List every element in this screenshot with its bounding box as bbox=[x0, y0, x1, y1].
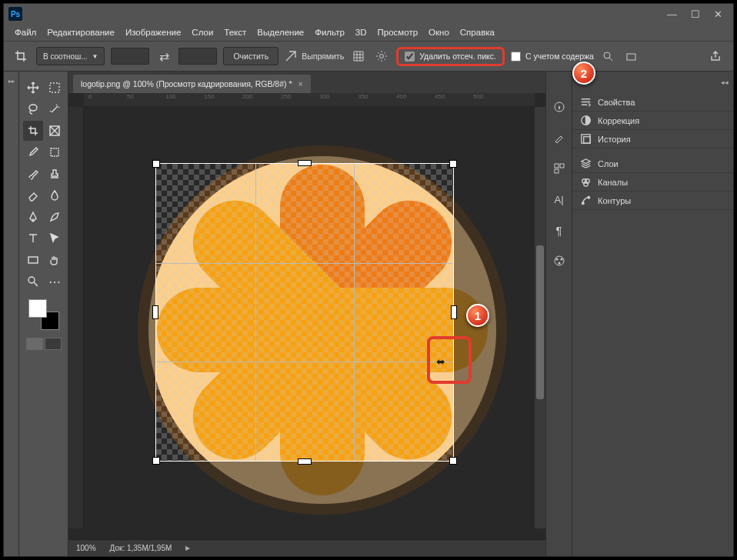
menu-help[interactable]: Справка bbox=[460, 28, 495, 37]
rectangle-tool[interactable] bbox=[23, 250, 43, 270]
ruler-horizontal: 0 50 100 150 200 250 300 350 400 450 500 bbox=[84, 93, 535, 107]
menubar: Файл Редактирование Изображение Слои Тек… bbox=[4, 24, 733, 41]
close-tab-icon[interactable]: × bbox=[298, 79, 303, 88]
crop-grid bbox=[156, 164, 453, 461]
crop-box[interactable] bbox=[156, 164, 453, 461]
svg-point-8 bbox=[28, 277, 35, 283]
swatches-icon[interactable] bbox=[552, 161, 567, 176]
annotation-box-1 bbox=[427, 336, 472, 384]
character-icon[interactable]: A| bbox=[552, 192, 567, 207]
svg-point-14 bbox=[555, 258, 558, 261]
straighten-group: Выпрямить bbox=[285, 50, 344, 62]
quickmask-mode[interactable] bbox=[45, 338, 62, 350]
crop-handle[interactable] bbox=[152, 160, 160, 168]
color-swatches[interactable] bbox=[28, 299, 59, 330]
paragraph-icon[interactable]: ¶ bbox=[552, 222, 567, 238]
move-tool[interactable] bbox=[23, 78, 43, 98]
pen-tool[interactable] bbox=[23, 207, 43, 227]
crop-handle[interactable] bbox=[449, 160, 457, 168]
menu-file[interactable]: Файл bbox=[15, 28, 36, 37]
svg-point-15 bbox=[560, 258, 562, 261]
vertical-scrollbar[interactable] bbox=[535, 107, 545, 528]
menu-3d[interactable]: 3D bbox=[355, 28, 367, 37]
zoom-level[interactable]: 100% bbox=[76, 544, 96, 552]
crop-handle[interactable] bbox=[152, 305, 158, 319]
canvas-wrap: 0 50 100 150 200 250 300 350 400 450 500 bbox=[68, 93, 545, 539]
zoom-tool[interactable] bbox=[23, 272, 43, 292]
swap-dimensions-button[interactable]: ⇄ bbox=[155, 48, 172, 65]
doc-tab[interactable]: logotip.png @ 100% (Просмотр кадрировани… bbox=[73, 75, 311, 93]
status-arrow-icon[interactable]: ▶ bbox=[185, 545, 190, 552]
stamp-tool[interactable] bbox=[45, 164, 65, 184]
callout-1: 1 bbox=[466, 304, 489, 327]
minimize-button[interactable]: — bbox=[667, 8, 677, 20]
collapse-panels-icon[interactable]: ◂◂ bbox=[721, 78, 729, 86]
delete-cropped-check[interactable] bbox=[405, 52, 415, 62]
callout-2: 2 bbox=[572, 62, 595, 85]
menu-window[interactable]: Окно bbox=[429, 28, 449, 37]
magic-wand-tool[interactable] bbox=[45, 99, 65, 119]
body: ▸▸ bbox=[4, 72, 733, 556]
panel-history[interactable]: История bbox=[572, 130, 733, 148]
crop-handle[interactable] bbox=[298, 160, 312, 166]
grid-overlay-button[interactable] bbox=[350, 48, 367, 65]
collapse-arrow-icon[interactable]: ▸▸ bbox=[8, 78, 15, 85]
standard-mode[interactable] bbox=[26, 338, 43, 350]
menu-layers[interactable]: Слои bbox=[192, 28, 213, 37]
left-strip: ▸▸ bbox=[4, 72, 19, 556]
menu-select[interactable]: Выделение bbox=[257, 28, 304, 37]
app-window: Ps — ☐ ✕ Файл Редактирование Изображение… bbox=[3, 3, 734, 557]
eyedropper-tool[interactable] bbox=[23, 142, 43, 162]
width-input[interactable] bbox=[111, 48, 149, 65]
history-brush-tool[interactable] bbox=[45, 207, 65, 227]
delete-cropped-pixels-checkbox[interactable]: Удалить отсеч. пикс. bbox=[396, 47, 505, 66]
crop-handle[interactable] bbox=[451, 305, 457, 319]
lasso-tool[interactable] bbox=[23, 99, 43, 119]
hand-tool[interactable] bbox=[45, 250, 65, 270]
content-aware-label: С учетом содержа bbox=[525, 52, 594, 61]
eraser-tool[interactable] bbox=[23, 185, 43, 205]
reset-icon[interactable] bbox=[623, 48, 640, 65]
close-button[interactable]: ✕ bbox=[714, 8, 722, 20]
blur-tool[interactable] bbox=[45, 185, 65, 205]
search-icon[interactable] bbox=[600, 48, 617, 65]
gear-icon[interactable] bbox=[373, 48, 390, 65]
content-aware-check[interactable] bbox=[511, 52, 521, 62]
patch-tool[interactable] bbox=[45, 142, 65, 162]
content-aware-group[interactable]: С учетом содержа bbox=[511, 52, 594, 62]
svg-rect-2 bbox=[627, 54, 635, 60]
crop-handle[interactable] bbox=[449, 457, 457, 465]
menu-filter[interactable]: Фильтр bbox=[315, 28, 345, 37]
fg-color[interactable] bbox=[28, 299, 47, 318]
delete-cropped-label: Удалить отсеч. пикс. bbox=[419, 52, 496, 61]
brush-tool[interactable] bbox=[23, 164, 43, 184]
crop-handle[interactable] bbox=[298, 458, 312, 465]
more-tools[interactable]: ⋯ bbox=[45, 272, 65, 292]
panel-adjustments[interactable]: Коррекция bbox=[572, 112, 733, 130]
menu-image[interactable]: Изображение bbox=[125, 28, 181, 37]
brushes-icon[interactable] bbox=[552, 130, 567, 145]
aspect-ratio-dropdown[interactable]: В соотнош... ▼ bbox=[36, 47, 105, 65]
crop-handle[interactable] bbox=[152, 457, 160, 465]
menu-view[interactable]: Просмотр bbox=[378, 28, 419, 37]
maximize-button[interactable]: ☐ bbox=[691, 8, 700, 20]
panel-paths[interactable]: Контуры bbox=[572, 192, 733, 210]
menu-edit[interactable]: Редактирование bbox=[47, 28, 115, 37]
info-icon[interactable] bbox=[552, 99, 567, 115]
height-input[interactable] bbox=[178, 48, 217, 65]
crop-tool[interactable] bbox=[23, 121, 43, 141]
type-tool[interactable] bbox=[23, 228, 43, 248]
straighten-label[interactable]: Выпрямить bbox=[302, 52, 344, 61]
scroll-thumb[interactable] bbox=[536, 245, 544, 399]
menu-type[interactable]: Текст bbox=[224, 28, 246, 37]
color-icon[interactable] bbox=[552, 253, 567, 268]
panel-layers[interactable]: Слои bbox=[572, 155, 733, 173]
panel-channels[interactable]: Каналы bbox=[572, 173, 733, 192]
clear-button[interactable]: Очистить bbox=[223, 47, 278, 65]
share-button[interactable] bbox=[705, 46, 725, 66]
canvas[interactable]: ⬌ 1 bbox=[84, 107, 535, 528]
marquee-tool[interactable] bbox=[45, 78, 65, 98]
frame-tool[interactable] bbox=[45, 121, 65, 141]
path-select-tool[interactable] bbox=[45, 228, 65, 248]
panel-properties[interactable]: Свойства bbox=[572, 93, 733, 112]
